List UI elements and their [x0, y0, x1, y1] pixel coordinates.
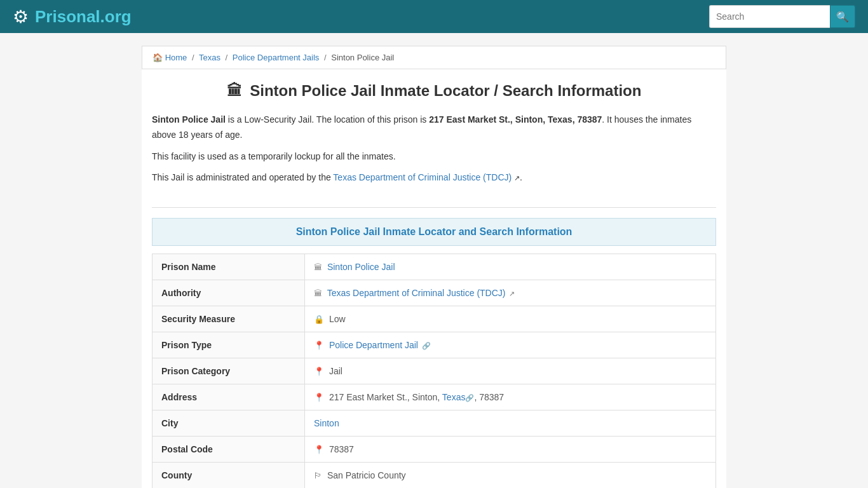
breadcrumb-sep-1: / [192, 53, 194, 62]
description-section: Sinton Police Jail is a Low-Security Jai… [142, 106, 726, 205]
ext-icon: ↗ [509, 290, 515, 297]
logo-icon: ⚙ [13, 6, 29, 27]
table-label: Authority [153, 280, 305, 306]
prison-name-bold: Sinton Police Jail [152, 114, 226, 125]
table-row: Prison Category 📍 Jail [153, 358, 716, 384]
page-title-section: 🏛 Sinton Police Jail Inmate Locator / Se… [142, 69, 726, 106]
prison-icon: 🏛 [227, 82, 242, 99]
table-value: 🏛 Texas Department of Criminal Justice (… [305, 280, 716, 306]
desc-mid: is a Low-Security Jail. The location of … [226, 114, 429, 125]
authority-icon: 🏛 [314, 288, 322, 298]
breadcrumb-police-jails[interactable]: Police Department Jails [233, 53, 320, 62]
divider [152, 207, 716, 208]
description-para-1: Sinton Police Jail is a Low-Security Jai… [152, 112, 716, 143]
table-label: County [153, 463, 305, 488]
search-button[interactable]: 🔍 [830, 5, 855, 28]
prison-name-link[interactable]: Sinton Police Jail [327, 262, 395, 272]
desc-3-pre: This Jail is administrated and operated … [152, 172, 333, 182]
main-content: 🏠 Home / Texas / Police Department Jails… [142, 46, 726, 488]
city-link[interactable]: Sinton [314, 418, 339, 428]
prison-type-link[interactable]: Police Department Jail [329, 340, 418, 350]
tdcj-link[interactable]: Texas Department of Criminal Justice (TD… [333, 172, 512, 182]
table-value: 📍 78387 [305, 437, 716, 463]
category-icon: 📍 [314, 367, 324, 376]
table-value: 🏳 San Patricio County [305, 463, 716, 488]
table-row: Security Measure 🔒 Low [153, 306, 716, 332]
breadcrumb-sep-2: / [226, 53, 228, 62]
logo-accent-text: .org [100, 7, 132, 26]
page-title: 🏛 Sinton Police Jail Inmate Locator / Se… [152, 82, 716, 100]
table-value: 📍 Police Department Jail 🔗 [305, 332, 716, 358]
breadcrumb-sep-3: / [324, 53, 327, 62]
address-post: , 78387 [474, 392, 504, 402]
search-input[interactable] [709, 5, 830, 28]
table-value: 🏛 Sinton Police Jail [305, 254, 716, 280]
breadcrumb-texas[interactable]: Texas [199, 53, 220, 62]
table-row: Address 📍 217 East Market St., Sinton, T… [153, 384, 716, 410]
ext-link-icon: ↗ [514, 174, 520, 182]
desc-3-post: . [520, 172, 522, 182]
category-value: Jail [329, 366, 342, 376]
address-icon: 📍 [314, 393, 324, 402]
county-value: San Patricio County [327, 470, 406, 480]
table-label: Address [153, 384, 305, 410]
security-value: Low [329, 314, 346, 324]
address-anchor: 🔗 [465, 394, 474, 402]
table-row: City Sinton [153, 410, 716, 437]
anchor-icon: 🔗 [422, 342, 431, 349]
home-icon: 🏠 [153, 53, 163, 62]
search-icon: 🔍 [836, 11, 849, 23]
table-value: Sinton [305, 410, 716, 437]
site-header: ⚙ Prisonal.org 🔍 [0, 0, 868, 33]
breadcrumb-current: Sinton Police Jail [331, 53, 394, 62]
table-value: 📍 217 East Market St., Sinton, Texas🔗, 7… [305, 384, 716, 410]
postal-icon: 📍 [314, 445, 324, 454]
postal-value: 78387 [329, 444, 354, 454]
table-row: Postal Code 📍 78387 [153, 437, 716, 463]
breadcrumb-home[interactable]: Home [165, 53, 187, 62]
table-row: County 🏳 San Patricio County [153, 463, 716, 488]
table-label: City [153, 410, 305, 437]
table-label: Postal Code [153, 437, 305, 463]
table-row: Authority 🏛 Texas Department of Criminal… [153, 280, 716, 306]
address-pre: 217 East Market St., Sinton, [329, 392, 442, 402]
address-state-link[interactable]: Texas [442, 392, 466, 402]
prison-name-icon: 🏛 [314, 262, 322, 272]
info-table: Prison Name 🏛 Sinton Police Jail Authori… [152, 254, 716, 488]
breadcrumb: 🏠 Home / Texas / Police Department Jails… [142, 46, 726, 69]
info-table-section: Sinton Police Jail Inmate Locator and Se… [142, 218, 726, 488]
address-bold: 217 East Market St., Sinton, Texas, 7838… [429, 114, 602, 125]
authority-link[interactable]: Texas Department of Criminal Justice (TD… [327, 288, 506, 298]
table-label: Prison Name [153, 254, 305, 280]
table-label: Security Measure [153, 306, 305, 332]
description-para-2: This facility is used as a temporarily l… [152, 149, 716, 165]
table-label: Prison Type [153, 332, 305, 358]
county-icon: 🏳 [314, 471, 322, 480]
table-row: Prison Type 📍 Police Department Jail 🔗 [153, 332, 716, 358]
table-row: Prison Name 🏛 Sinton Police Jail [153, 254, 716, 280]
description-para-3: This Jail is administrated and operated … [152, 170, 716, 186]
logo-main-text: Prisonal [35, 7, 100, 26]
type-icon: 📍 [314, 341, 324, 350]
site-logo[interactable]: ⚙ Prisonal.org [13, 6, 132, 27]
search-area: 🔍 [709, 5, 855, 28]
logo-text: Prisonal.org [35, 7, 132, 27]
table-value: 📍 Jail [305, 358, 716, 384]
table-value: 🔒 Low [305, 306, 716, 332]
table-label: Prison Category [153, 358, 305, 384]
security-icon: 🔒 [314, 315, 324, 324]
info-table-header: Sinton Police Jail Inmate Locator and Se… [152, 218, 716, 246]
